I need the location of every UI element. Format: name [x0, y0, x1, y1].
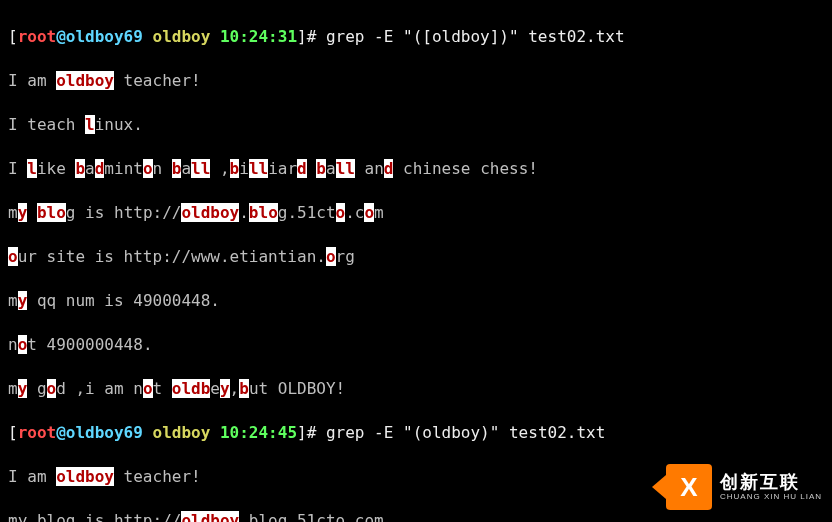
out2-line2: my blog is http://oldboy.blog.51cto.com — [8, 510, 824, 522]
out1-line5: our site is http://www.etiantian.org — [8, 246, 824, 268]
watermark-logo-icon: X — [666, 464, 712, 510]
command-2: grep -E "(oldboy)" test02.txt — [326, 423, 605, 442]
text-cursor-ibeam: t — [538, 423, 548, 442]
watermark-text-cn: 创新互联 — [720, 473, 822, 493]
out1-line6: my qq num is 49000448. — [8, 290, 824, 312]
terminal-output[interactable]: [root@oldboy69 oldboy 10:24:31]# grep -E… — [0, 0, 832, 522]
prompt-line-2: [root@oldboy69 oldboy 10:24:45]# grep -E… — [8, 422, 824, 444]
command-1: grep -E "([oldboy])" test02.txt — [326, 27, 625, 46]
watermark: X 创新互联 CHUANG XIN HU LIAN — [666, 464, 822, 510]
out1-line8: my god ,i am not oldbey,but OLDBOY! — [8, 378, 824, 400]
out1-line4: my blog is http://oldboy.blog.51cto.com — [8, 202, 824, 224]
out1-line1: I am oldboy teacher! — [8, 70, 824, 92]
prompt-line-1: [root@oldboy69 oldboy 10:24:31]# grep -E… — [8, 26, 824, 48]
watermark-text-pinyin: CHUANG XIN HU LIAN — [720, 493, 822, 502]
out1-line7: not 4900000448. — [8, 334, 824, 356]
out1-line3: I like badminton ball ,billiard ball and… — [8, 158, 824, 180]
out1-line2: I teach linux. — [8, 114, 824, 136]
